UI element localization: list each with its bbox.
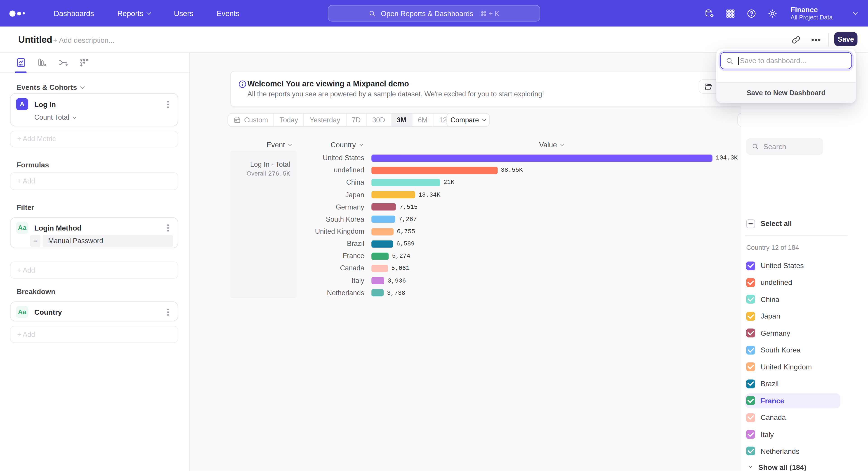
metric-name[interactable]: Log In	[34, 100, 167, 108]
bar-segment[interactable]	[371, 167, 498, 174]
add-description-button[interactable]: + Add description...	[53, 36, 115, 45]
chart-row-brazil: Brazil6,589	[230, 238, 817, 250]
column-header-value[interactable]: Value	[539, 141, 563, 149]
nav-item-reports[interactable]: Reports	[117, 9, 151, 18]
breakdown-card[interactable]: Aa Country	[10, 301, 178, 321]
filter-property-name[interactable]: Login Method	[34, 224, 167, 232]
save-to-new-dashboard-button[interactable]: Save to New Dashboard	[716, 82, 856, 103]
bar-segment[interactable]	[371, 277, 384, 284]
breakdown-kebab-icon[interactable]	[167, 311, 169, 313]
save-dashboard-search-input[interactable]: Save to dashboard...	[720, 52, 852, 69]
filter-value[interactable]: Manual Password	[43, 235, 174, 247]
help-icon[interactable]	[746, 8, 757, 19]
bar-label: France	[230, 252, 364, 260]
bar-label: United States	[230, 154, 364, 162]
nav-item-users[interactable]: Users	[174, 9, 193, 18]
series-checkbox[interactable]	[746, 413, 755, 422]
series-checkbox[interactable]	[746, 312, 755, 321]
series-row-china[interactable]: China	[741, 292, 868, 307]
report-type-tabs	[0, 53, 189, 72]
bar-segment[interactable]	[371, 203, 396, 211]
data-management-icon[interactable]	[704, 8, 715, 19]
date-range-yesterday[interactable]: Yesterday	[304, 114, 346, 126]
series-row-italy[interactable]: Italy	[741, 427, 868, 442]
project-switcher[interactable]: Finance All Project Data	[791, 6, 857, 21]
metric-aggregation[interactable]: Count Total	[34, 114, 178, 121]
bar-segment[interactable]	[371, 191, 415, 198]
calendar-icon	[234, 116, 241, 123]
report-title[interactable]: Untitled	[18, 34, 52, 45]
show-all-button[interactable]: Show all (184)	[748, 460, 853, 471]
project-name: Finance	[791, 6, 833, 13]
series-checkbox[interactable]	[746, 430, 755, 439]
filter-operator[interactable]: =	[30, 235, 40, 247]
bar-segment[interactable]	[371, 240, 393, 247]
date-range-30d[interactable]: 30D	[367, 114, 391, 126]
series-label: South Korea	[761, 346, 801, 354]
series-row-germany[interactable]: Germany	[741, 326, 868, 341]
column-header-country[interactable]: Country	[331, 141, 363, 149]
series-checkbox[interactable]	[746, 278, 755, 287]
apps-grid-icon[interactable]	[725, 8, 736, 19]
series-checkbox[interactable]	[746, 362, 755, 371]
compare-button[interactable]: Compare	[446, 113, 490, 127]
series-row-netherlands[interactable]: Netherlands	[741, 444, 868, 459]
tab-insights[interactable]	[16, 57, 27, 68]
add-breakdown-button[interactable]: + Add	[10, 326, 178, 343]
settings-gear-icon[interactable]	[767, 8, 778, 19]
series-checkbox[interactable]	[746, 295, 755, 304]
bar-segment[interactable]	[371, 289, 383, 297]
metric-card[interactable]: A Log In Count Total	[10, 93, 178, 126]
breakdown-header: Breakdown	[17, 288, 55, 296]
date-range-custom[interactable]: Custom	[228, 114, 274, 126]
tab-flows[interactable]	[58, 57, 69, 68]
copy-link-icon[interactable]	[791, 35, 801, 45]
events-cohorts-header[interactable]: Events & Cohorts	[17, 83, 84, 91]
more-options-icon[interactable]	[811, 39, 813, 41]
series-checkbox[interactable]	[746, 346, 755, 354]
series-row-united-kingdom[interactable]: United Kingdom	[741, 359, 868, 374]
series-checkbox[interactable]	[746, 379, 755, 388]
bar-value: 104.3K	[716, 154, 738, 161]
chevron-down-icon	[853, 10, 858, 15]
bar-segment[interactable]	[371, 179, 440, 186]
select-all-row[interactable]: Select all	[741, 216, 868, 231]
date-range-3m[interactable]: 3M	[391, 114, 412, 126]
series-row-brazil[interactable]: Brazil	[741, 376, 868, 391]
date-range-6m[interactable]: 6M	[412, 114, 434, 126]
select-all-checkbox[interactable]	[746, 219, 755, 228]
add-metric-button[interactable]: + Add Metric	[10, 131, 178, 147]
series-row-france[interactable]: France	[741, 393, 868, 408]
date-range-7d[interactable]: 7D	[346, 114, 367, 126]
global-search-button[interactable]: Open Reports & Dashboards ⌘ + K	[328, 5, 540, 22]
series-checkbox[interactable]	[746, 329, 755, 337]
series-checkbox[interactable]	[746, 396, 755, 405]
save-button[interactable]: Save	[834, 32, 858, 46]
series-row-undefined[interactable]: undefined	[741, 275, 868, 290]
series-row-united-states[interactable]: United States	[741, 258, 868, 273]
series-search-input[interactable]: Search	[746, 138, 823, 155]
series-row-south-korea[interactable]: South Korea	[741, 343, 868, 357]
metric-kebab-icon[interactable]	[167, 104, 169, 105]
series-row-canada[interactable]: Canada	[741, 410, 868, 425]
nav-item-dashboards[interactable]: Dashboards	[54, 9, 94, 18]
tab-funnels[interactable]	[37, 57, 48, 68]
add-formula-button[interactable]: + Add	[10, 172, 178, 190]
bar-segment[interactable]	[371, 253, 389, 260]
bar-segment[interactable]	[371, 154, 712, 161]
column-header-event[interactable]: Event	[267, 141, 291, 149]
mixpanel-logo-icon[interactable]	[9, 10, 28, 16]
breakdown-property-name[interactable]: Country	[34, 308, 167, 316]
filter-kebab-icon[interactable]	[167, 227, 169, 229]
tab-retention[interactable]	[79, 57, 90, 68]
bar-segment[interactable]	[371, 216, 395, 223]
date-range-today[interactable]: Today	[274, 114, 304, 126]
bar-segment[interactable]	[371, 265, 388, 272]
add-filter-button[interactable]: + Add	[10, 262, 178, 279]
series-checkbox[interactable]	[746, 261, 755, 270]
series-checkbox[interactable]	[746, 447, 755, 455]
nav-item-events[interactable]: Events	[217, 9, 239, 18]
filter-card[interactable]: Aa Login Method = Manual Password	[10, 217, 178, 248]
bar-segment[interactable]	[371, 228, 394, 235]
series-row-japan[interactable]: Japan	[741, 309, 868, 324]
